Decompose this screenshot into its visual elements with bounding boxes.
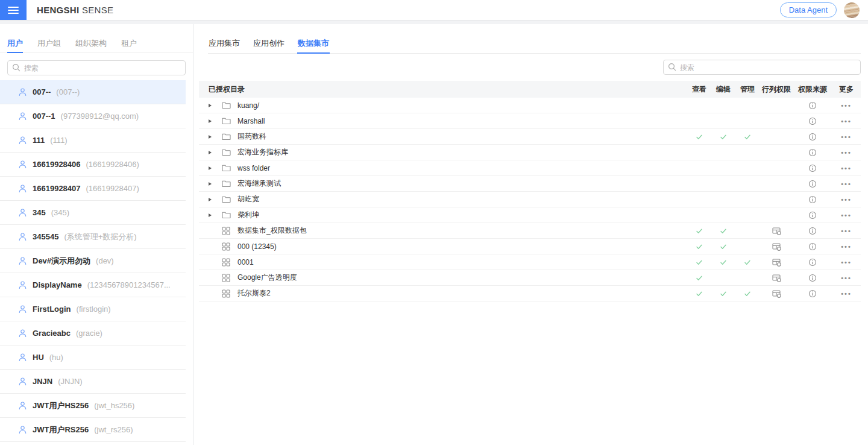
permission-source-info-icon[interactable] [808, 211, 817, 219]
top-bar: HENGSHI SENSE Data Agent [0, 0, 868, 20]
table-body: kuang/•••Marshall•••国药数科•••宏海业务指标库•••wss… [199, 98, 861, 301]
table-row[interactable]: 数据集市_权限数据包••• [199, 223, 861, 239]
user-login: (977398912@qq.com) [61, 112, 139, 121]
user-avatar[interactable] [844, 2, 860, 18]
permission-source-info-icon[interactable] [808, 258, 817, 267]
view-check-icon [695, 133, 703, 141]
more-actions-button[interactable]: ••• [841, 180, 852, 188]
permission-source-info-icon[interactable] [808, 274, 817, 282]
user-list-item[interactable]: 111(111) [0, 128, 186, 153]
user-list-item[interactable]: Dev#演示用勿动(dev) [0, 249, 186, 273]
more-actions-button[interactable]: ••• [841, 227, 852, 235]
user-list-item[interactable]: JNJN(JNJN) [0, 370, 186, 394]
table-row[interactable]: 000 (12345)••• [199, 239, 861, 254]
sidebar-search-input[interactable] [7, 60, 186, 75]
view-check-icon [695, 274, 703, 282]
permission-source-info-icon[interactable] [808, 164, 817, 172]
rowcol-permission-icon[interactable] [772, 227, 781, 235]
column-header-edit: 编辑 [711, 84, 735, 95]
user-list-item[interactable]: Gracieabc(gracie) [0, 321, 186, 346]
expand-arrow-icon[interactable] [209, 182, 212, 186]
user-list-item[interactable]: DisplayName(12345678901234567... [0, 273, 186, 297]
more-actions-button[interactable]: ••• [841, 290, 852, 297]
permission-source-info-icon[interactable] [808, 195, 817, 204]
expand-arrow-icon[interactable] [209, 198, 212, 201]
user-icon [18, 208, 27, 217]
table-row[interactable]: 胡屹宽••• [199, 192, 861, 207]
user-list-item[interactable]: 007--1(977398912@qq.com) [0, 104, 186, 128]
more-actions-button[interactable]: ••• [841, 165, 852, 172]
user-name: 345 [33, 208, 46, 217]
permission-source-info-icon[interactable] [808, 117, 817, 125]
expand-arrow-icon[interactable] [209, 213, 212, 217]
hamburger-menu-button[interactable] [0, 0, 27, 20]
table-row[interactable]: 国药数科••• [199, 129, 861, 145]
user-icon [18, 377, 27, 386]
user-list-item[interactable]: HU(hu) [0, 346, 186, 370]
sidebar-tab-2[interactable]: 组织架构 [75, 35, 107, 53]
user-name: Gracieabc [33, 329, 71, 338]
rowcol-permission-icon[interactable] [772, 274, 781, 282]
more-actions-button[interactable]: ••• [841, 243, 852, 250]
sidebar-tab-3[interactable]: 租户 [121, 35, 137, 53]
more-actions-button[interactable]: ••• [841, 196, 852, 203]
more-actions-button[interactable]: ••• [841, 149, 852, 156]
user-login: (16619928407) [86, 184, 139, 193]
more-actions-button[interactable]: ••• [841, 102, 852, 109]
sidebar-tab-0[interactable]: 用户 [7, 35, 23, 53]
more-actions-button[interactable]: ••• [841, 133, 852, 140]
rowcol-permission-icon[interactable] [772, 258, 781, 267]
table-header: 已授权目录 查看 编辑 管理 行列权限 权限来源 更多 [199, 81, 861, 98]
permission-source-info-icon[interactable] [808, 148, 817, 157]
permission-source-info-icon[interactable] [808, 289, 817, 298]
user-list-item[interactable]: JWT用户RS256(jwt_rs256) [0, 418, 186, 442]
permission-source-info-icon[interactable] [808, 227, 817, 235]
permission-source-info-icon[interactable] [808, 242, 817, 251]
main-tab-0[interactable]: 应用集市 [208, 35, 241, 54]
data-agent-button[interactable]: Data Agent [780, 2, 837, 17]
user-list-item[interactable]: 16619928407(16619928407) [0, 177, 186, 201]
permission-source-info-icon[interactable] [808, 180, 817, 188]
dataset-package-icon [222, 274, 230, 282]
table-row[interactable]: Google广告透明度••• [199, 270, 861, 286]
table-row[interactable]: 柴利坤••• [199, 207, 861, 223]
rowcol-permission-icon[interactable] [772, 242, 781, 251]
user-list-item[interactable]: JWT用户HS256(jwt_hs256) [0, 394, 186, 418]
more-actions-button[interactable]: ••• [841, 259, 852, 266]
app-logo: HENGSHI SENSE [37, 5, 113, 15]
expand-arrow-icon[interactable] [209, 119, 212, 123]
table-row[interactable]: kuang/••• [199, 98, 861, 113]
user-list-item[interactable]: 16619928406(16619928406) [0, 153, 186, 177]
sidebar-tab-1[interactable]: 用户组 [37, 35, 61, 53]
rowcol-permission-icon[interactable] [772, 289, 781, 298]
table-row[interactable]: wss folder••• [199, 160, 861, 176]
folder-icon [222, 180, 231, 188]
more-actions-button[interactable]: ••• [841, 274, 852, 282]
table-row[interactable]: 宏海业务指标库••• [199, 145, 861, 160]
folder-icon [222, 117, 231, 125]
user-list-item[interactable]: 345(345) [0, 201, 186, 225]
more-actions-button[interactable]: ••• [841, 118, 852, 125]
table-search-input[interactable] [663, 60, 861, 75]
user-list-item[interactable]: 007--(007--) [0, 80, 186, 104]
user-list-item[interactable]: FirstLogin(firstlogin) [0, 297, 186, 321]
expand-arrow-icon[interactable] [209, 104, 212, 107]
expand-arrow-icon[interactable] [209, 166, 212, 170]
main-tab-1[interactable]: 应用创作 [253, 35, 285, 54]
permission-source-info-icon[interactable] [808, 133, 817, 141]
table-row[interactable]: 托尔斯泰2••• [199, 286, 861, 301]
user-name: JWT用户RS256 [33, 424, 89, 435]
table-row[interactable]: 宏海继承测试••• [199, 176, 861, 192]
table-row[interactable]: Marshall••• [199, 113, 861, 129]
sidebar-tabs: 用户用户组组织架构租户 [0, 35, 193, 53]
permission-source-info-icon[interactable] [808, 101, 817, 110]
expand-arrow-icon[interactable] [209, 151, 212, 154]
column-header-more: 更多 [832, 84, 861, 95]
main-tab-2[interactable]: 数据集市 [297, 35, 330, 54]
expand-arrow-icon[interactable] [209, 135, 212, 139]
row-name: kuang/ [237, 101, 259, 110]
user-list-item[interactable]: 345545(系统管理+数据分析) [0, 225, 186, 249]
table-row[interactable]: 0001••• [199, 254, 861, 270]
view-check-icon [695, 289, 703, 298]
more-actions-button[interactable]: ••• [841, 212, 852, 219]
